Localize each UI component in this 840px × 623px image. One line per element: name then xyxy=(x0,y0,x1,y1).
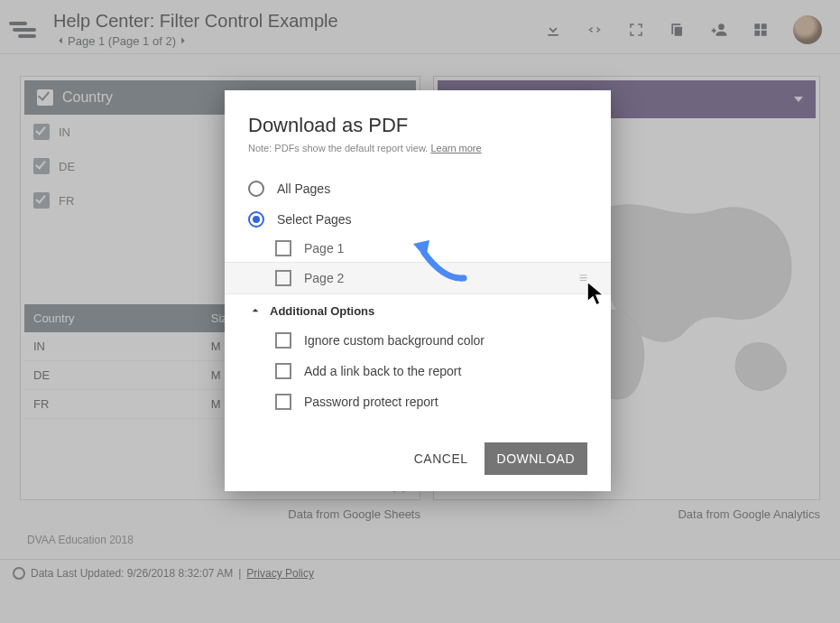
additional-options-toggle[interactable]: Additional Options xyxy=(248,303,587,318)
page-checkbox-1[interactable]: Page 1 xyxy=(275,235,587,262)
radio-all-pages[interactable]: All Pages xyxy=(248,173,587,204)
opt-link-back[interactable]: Add a link back to the report xyxy=(248,356,587,386)
chevron-up-icon xyxy=(248,303,263,318)
page-checkbox-2[interactable]: Page 2 ≡ xyxy=(225,262,611,294)
checkbox-icon xyxy=(275,240,291,256)
dialog-title: Download as PDF xyxy=(248,114,587,137)
dialog-note: Note: PDFs show the default report view.… xyxy=(248,143,587,153)
checkbox-icon xyxy=(275,270,291,286)
radio-selected-icon xyxy=(248,211,264,228)
opt-password[interactable]: Password protect report xyxy=(248,386,587,417)
drag-handle-icon[interactable]: ≡ xyxy=(579,274,587,283)
download-pdf-dialog: Download as PDF Note: PDFs show the defa… xyxy=(225,90,611,491)
opt-ignore-bg[interactable]: Ignore custom background color xyxy=(248,325,587,356)
checkbox-icon xyxy=(275,332,291,349)
cancel-button[interactable]: CANCEL xyxy=(414,451,468,466)
radio-icon xyxy=(248,181,264,197)
checkbox-icon xyxy=(275,363,291,379)
download-button[interactable]: DOWNLOAD xyxy=(485,442,587,475)
checkbox-icon xyxy=(275,394,291,410)
radio-select-pages[interactable]: Select Pages xyxy=(248,204,587,235)
learn-more-link[interactable]: Learn more xyxy=(430,143,481,153)
